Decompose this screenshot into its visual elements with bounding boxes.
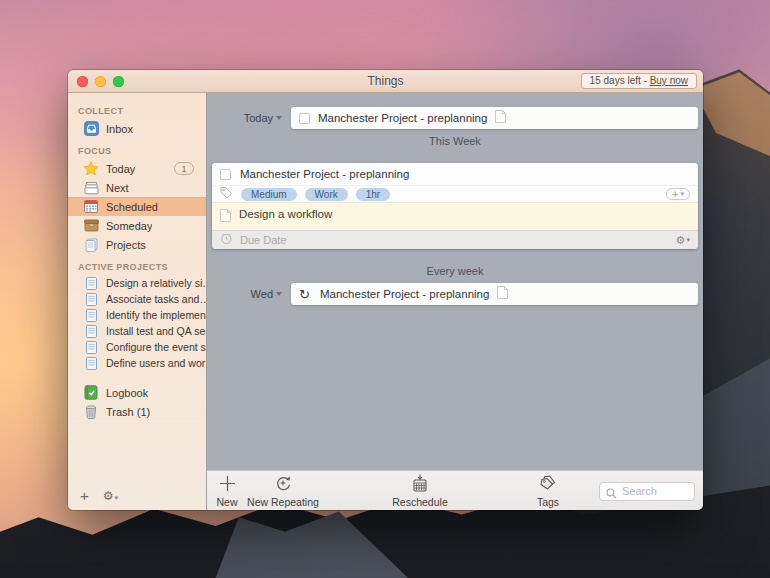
sidebar-item-label: Logbook: [106, 387, 148, 399]
sidebar-item-label: Scheduled: [106, 201, 158, 213]
sidebar-item-label: Today: [106, 163, 135, 175]
sidebar-item-someday[interactable]: Someday: [68, 216, 206, 235]
sidebar-item-label: Configure the event s…: [106, 341, 206, 353]
add-tag-button[interactable]: +▾: [666, 188, 690, 200]
zoom-button[interactable]: [113, 76, 124, 87]
sidebar-item-scheduled[interactable]: Scheduled: [68, 197, 206, 216]
logbook-icon: [83, 385, 99, 400]
add-list-button[interactable]: +: [80, 490, 89, 502]
tag-pill[interactable]: Work: [305, 188, 348, 201]
sidebar-settings-button[interactable]: ⚙▾: [103, 489, 118, 503]
tag-pill[interactable]: Medium: [241, 188, 297, 201]
new-repeating-button[interactable]: New Repeating: [243, 474, 323, 508]
task-tags-row[interactable]: Medium Work 1hr +▾: [212, 185, 698, 202]
traffic-lights: [77, 76, 124, 87]
chevron-down-icon: ▾: [680, 189, 684, 199]
project-doc-icon: [83, 356, 99, 371]
sidebar-item-label: Next: [106, 182, 129, 194]
sidebar-item-inbox[interactable]: Inbox: [68, 119, 206, 138]
section-header-focus: FOCUS: [78, 146, 206, 156]
section-header-collect: COLLECT: [78, 106, 206, 116]
sidebar-item-next[interactable]: Next: [68, 178, 206, 197]
sidebar-item-logbook[interactable]: Logbook: [68, 383, 206, 402]
chevron-down-icon: ▾: [115, 494, 119, 501]
minimize-button[interactable]: [95, 76, 106, 87]
sidebar-item-project-3[interactable]: Install test and QA ser…: [68, 323, 206, 339]
task-note-text: Design a workflow: [239, 208, 332, 221]
sidebar-item-label: Inbox: [106, 123, 133, 135]
close-button[interactable]: [77, 76, 88, 87]
plus-icon: +: [672, 189, 678, 199]
section-header-this-week: This Week: [207, 135, 703, 147]
task-title-row[interactable]: Manchester Project - preplanning: [212, 163, 698, 185]
buy-now-link[interactable]: Buy now: [650, 75, 688, 86]
chevron-down-icon: ▾: [686, 236, 690, 244]
sidebar-item-trash[interactable]: Trash (1): [68, 402, 206, 421]
search-input[interactable]: [599, 482, 695, 501]
sidebar-item-project-4[interactable]: Configure the event s…: [68, 339, 206, 355]
calendar-icon: [83, 199, 99, 214]
sidebar-item-label: Someday: [106, 220, 152, 232]
project-doc-icon: [83, 324, 99, 339]
expanded-task-card[interactable]: Manchester Project - preplanning Medium …: [212, 163, 698, 249]
things-window: Things 15 days left - Buy now COLLECT In…: [68, 70, 703, 510]
sidebar-item-projects[interactable]: Projects: [68, 235, 206, 254]
new-button[interactable]: New: [209, 474, 245, 508]
sidebar-item-project-1[interactable]: Associate tasks and…: [68, 291, 206, 307]
task-title: Manchester Project - preplanning: [318, 112, 487, 124]
sidebar-item-project-2[interactable]: Identify the implemen…: [68, 307, 206, 323]
task-settings-button[interactable]: ⚙▾: [676, 234, 690, 247]
chevron-down-icon: [276, 292, 282, 296]
gear-icon: ⚙: [103, 489, 114, 503]
project-doc-icon: [83, 292, 99, 307]
today-group-label[interactable]: Today: [222, 107, 282, 129]
scheduled-view: Today Manchester Project - preplanning T…: [207, 93, 703, 470]
sidebar-item-project-5[interactable]: Define users and wor…: [68, 355, 206, 371]
note-indicator-icon: [497, 285, 508, 303]
task-note-row[interactable]: Design a workflow: [212, 202, 698, 230]
sidebar-item-label: Projects: [106, 239, 146, 251]
project-doc-icon: [83, 308, 99, 323]
project-doc-icon: [83, 276, 99, 291]
sidebar-item-label: Define users and wor…: [106, 357, 206, 369]
titlebar[interactable]: Things 15 days left - Buy now: [68, 70, 703, 93]
repeat-icon: ↻: [299, 288, 312, 301]
alarm-clock-icon: [220, 231, 233, 249]
calendar-down-arrow-icon: [411, 474, 429, 492]
next-stack-icon: [83, 180, 99, 195]
box-icon: [83, 218, 99, 233]
sidebar-item-today[interactable]: Today 1: [68, 159, 206, 178]
search-field[interactable]: [599, 481, 695, 500]
tag-pill[interactable]: 1hr: [356, 188, 390, 201]
bottom-toolbar: New New Repeating Reschedule Tags: [207, 470, 703, 510]
plus-icon: [219, 474, 236, 492]
task-checkbox[interactable]: [220, 169, 231, 180]
section-header-active-projects: ACTIVE PROJECTS: [78, 262, 206, 272]
note-indicator-icon: [495, 109, 506, 127]
task-checkbox[interactable]: [299, 113, 310, 124]
sidebar-item-project-0[interactable]: Design a relatively si…: [68, 275, 206, 291]
task-due-date-row[interactable]: Due Date ⚙▾: [212, 230, 698, 249]
projects-icon: [83, 237, 99, 252]
star-icon: [83, 161, 99, 176]
task-title: Manchester Project - preplanning: [240, 168, 409, 180]
today-task-row[interactable]: Today Manchester Project - preplanning: [291, 107, 698, 129]
sidebar: COLLECT Inbox FOCUS Today 1 Next: [68, 93, 207, 510]
trial-badge[interactable]: 15 days left - Buy now: [581, 73, 697, 89]
due-date-placeholder: Due Date: [240, 234, 286, 246]
tag-icon: [220, 185, 233, 203]
chevron-down-icon: [276, 116, 282, 120]
gear-icon: ⚙: [676, 234, 686, 247]
task-title: Manchester Project - preplanning: [320, 288, 489, 300]
sidebar-item-label: Trash (1): [106, 406, 150, 418]
repeating-task-row[interactable]: Wed ↻ Manchester Project - preplanning: [291, 283, 698, 305]
tags-icon: [538, 474, 558, 492]
reschedule-button[interactable]: Reschedule: [380, 474, 460, 508]
tags-button[interactable]: Tags: [525, 474, 571, 508]
wed-group-label[interactable]: Wed: [222, 283, 282, 305]
repeat-plus-icon: [274, 474, 292, 492]
inbox-icon: [83, 121, 99, 136]
section-header-every-week: Every week: [207, 265, 703, 277]
sidebar-item-label: Identify the implemen…: [106, 309, 206, 321]
note-icon: [220, 208, 231, 226]
